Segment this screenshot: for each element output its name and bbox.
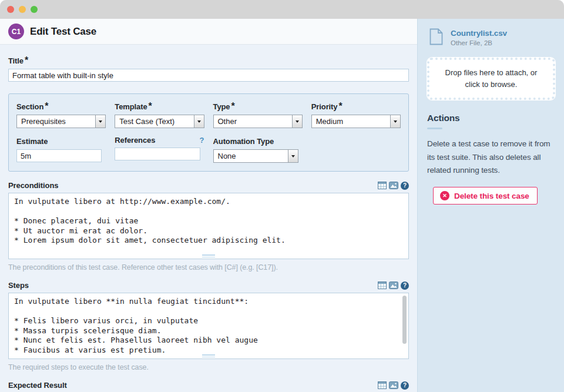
insert-image-icon[interactable] — [389, 182, 398, 189]
steps-help-icon[interactable]: ? — [401, 282, 409, 290]
section-select[interactable]: Prerequisites — [16, 115, 106, 128]
attachment-meta: Other File, 2B — [451, 39, 507, 46]
template-label: Template* — [115, 101, 204, 112]
test-case-id-badge: C1 — [8, 24, 24, 39]
window-titlebar — [0, 0, 564, 19]
automation-type-label: Automation Type — [213, 136, 303, 146]
insert-image-icon[interactable] — [389, 282, 398, 289]
references-help-link[interactable]: ? — [200, 136, 204, 145]
delete-test-case-button[interactable]: ✕ Delete this test case — [433, 187, 538, 205]
close-window-icon[interactable] — [7, 6, 14, 13]
priority-select[interactable]: Medium — [311, 115, 401, 128]
estimate-input[interactable] — [16, 149, 102, 162]
title-field-label: Title* — [8, 55, 409, 66]
preconditions-label: Preconditions — [8, 181, 58, 190]
app-window: C1 Edit Test Case Title* Section* Prereq… — [0, 0, 564, 392]
actions-heading-rule — [427, 128, 442, 129]
delete-x-icon: ✕ — [440, 191, 449, 200]
resize-grip-icon[interactable] — [202, 353, 215, 357]
chevron-down-icon — [292, 115, 302, 128]
chevron-down-icon — [194, 115, 204, 128]
attachment-name-link[interactable]: Countrylist.csv — [451, 29, 507, 38]
chevron-down-icon — [390, 115, 400, 128]
preconditions-textarea[interactable]: In vulputate libero at http://www.exampl… — [8, 193, 409, 259]
file-icon — [429, 28, 443, 48]
references-label: References — [115, 136, 155, 145]
page-title: Edit Test Case — [30, 26, 96, 38]
preconditions-help-icon[interactable]: ? — [401, 182, 409, 190]
insert-image-icon[interactable] — [389, 381, 398, 389]
attributes-fieldset: Section* Prerequisites Template* Test Ca… — [8, 93, 409, 172]
steps-scrollbar[interactable] — [402, 296, 407, 344]
file-dropzone[interactable]: Drop files here to attach, or click to b… — [427, 58, 555, 100]
preconditions-help-text: The preconditions of this test case. Ref… — [8, 263, 409, 272]
insert-table-icon[interactable] — [378, 381, 387, 389]
insert-table-icon[interactable] — [378, 182, 387, 189]
sidebar: Countrylist.csv Other File, 2B Drop file… — [417, 19, 564, 392]
priority-label: Priority* — [311, 101, 401, 112]
resize-grip-icon[interactable] — [202, 253, 215, 257]
type-label: Type* — [213, 101, 303, 112]
section-label: Section* — [16, 101, 106, 112]
type-select[interactable]: Other — [213, 115, 303, 128]
minimize-window-icon[interactable] — [19, 6, 26, 13]
chevron-down-icon — [95, 115, 105, 128]
references-input[interactable] — [115, 148, 200, 160]
template-select[interactable]: Test Case (Text) — [115, 115, 204, 128]
chevron-down-icon — [288, 150, 298, 162]
expected-result-help-icon[interactable]: ? — [401, 381, 409, 390]
steps-label: Steps — [8, 281, 29, 290]
page-header: C1 Edit Test Case — [0, 19, 417, 45]
estimate-label: Estimate — [16, 136, 106, 146]
insert-table-icon[interactable] — [378, 282, 387, 289]
steps-help-text: The required steps to execute the test c… — [8, 363, 409, 371]
automation-type-select[interactable]: None — [213, 149, 298, 163]
zoom-window-icon[interactable] — [31, 6, 38, 13]
expected-result-label: Expected Result — [8, 381, 67, 390]
actions-heading: Actions — [427, 113, 555, 123]
attachment-item[interactable]: Countrylist.csv Other File, 2B — [427, 28, 555, 48]
title-input[interactable] — [8, 69, 409, 82]
edit-test-case-panel: C1 Edit Test Case Title* Section* Prereq… — [0, 19, 417, 392]
actions-description: Delete a test case to remove it from its… — [427, 138, 555, 177]
steps-textarea[interactable]: In vulputate libero **in nulla feugiat t… — [8, 293, 409, 359]
